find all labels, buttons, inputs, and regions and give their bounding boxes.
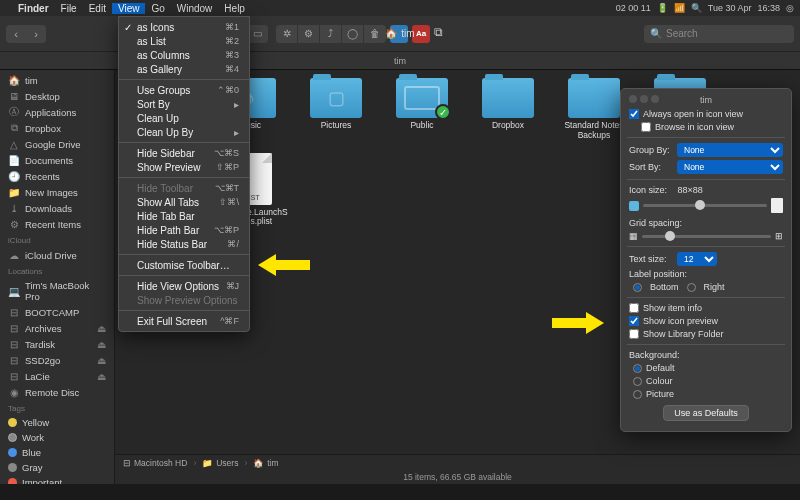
delete-button[interactable]: 🗑 bbox=[364, 25, 386, 43]
date-text[interactable]: Tue 30 Apr bbox=[708, 3, 752, 13]
file-item[interactable]: ✓Public bbox=[383, 78, 461, 141]
time-text[interactable]: 16:38 bbox=[757, 3, 780, 13]
sidebar-item-applications[interactable]: ⒶApplications bbox=[0, 104, 114, 120]
menu-view[interactable]: View bbox=[112, 3, 146, 14]
sidebar-item-documents[interactable]: 📄Documents bbox=[0, 152, 114, 168]
sidebar-tag-gray[interactable]: Gray bbox=[0, 460, 114, 475]
sidebar-item-tim[interactable]: 🏠tim bbox=[0, 72, 114, 88]
search-icon: 🔍 bbox=[650, 28, 662, 39]
menu-item[interactable]: Exit Full Screen^⌘F bbox=[119, 314, 249, 328]
arrange-button[interactable]: ✲ bbox=[276, 25, 298, 43]
path-segment[interactable]: ⊟ Macintosh HD bbox=[123, 458, 187, 468]
sidebar-header-icloud: iCloud bbox=[0, 232, 114, 247]
eject-icon[interactable]: ⏏ bbox=[97, 371, 106, 382]
show-library-checkbox[interactable] bbox=[629, 329, 639, 339]
sidebar-item-dropbox[interactable]: ⧉Dropbox bbox=[0, 120, 114, 136]
path-segment[interactable]: 📁 Users bbox=[202, 458, 238, 468]
menu-item[interactable]: Sort By▸ bbox=[119, 97, 249, 111]
menu-go[interactable]: Go bbox=[145, 3, 170, 14]
file-item[interactable]: Pictures bbox=[297, 78, 375, 141]
zoom-dot-icon[interactable] bbox=[651, 95, 659, 103]
menu-item[interactable]: ✓as Icons⌘1 bbox=[119, 20, 249, 34]
menu-item[interactable]: Hide View Options⌘J bbox=[119, 279, 249, 293]
bg-colour-radio[interactable] bbox=[633, 377, 642, 386]
menu-item[interactable]: Customise Toolbar… bbox=[119, 258, 249, 272]
forward-button[interactable]: › bbox=[26, 25, 46, 43]
label-bottom-radio[interactable] bbox=[633, 283, 642, 292]
menu-window[interactable]: Window bbox=[171, 3, 219, 14]
spotlight-icon[interactable]: 🔍 bbox=[691, 3, 702, 13]
menu-item[interactable]: Hide Path Bar⌥⌘P bbox=[119, 223, 249, 237]
group-by-label: Group By: bbox=[629, 145, 673, 155]
tags-button[interactable]: ◯ bbox=[342, 25, 364, 43]
sidebar-item-archives[interactable]: ⊟Archives⏏ bbox=[0, 320, 114, 336]
menu-item[interactable]: Show All Tabs⇧⌘\ bbox=[119, 195, 249, 209]
search-field[interactable]: 🔍 Search bbox=[644, 25, 794, 43]
menu-item[interactable]: Hide Sidebar⌥⌘S bbox=[119, 146, 249, 160]
bg-picture-radio[interactable] bbox=[633, 390, 642, 399]
label-right-radio[interactable] bbox=[687, 283, 696, 292]
menu-item[interactable]: as Gallery⌘4 bbox=[119, 62, 249, 76]
sidebar-item-recentitems[interactable]: ⚙Recent Items bbox=[0, 216, 114, 232]
menu-help[interactable]: Help bbox=[218, 3, 251, 14]
icon-size-slider[interactable] bbox=[643, 204, 767, 207]
menu-item[interactable]: Use Groups⌃⌘0 bbox=[119, 83, 249, 97]
sidebar-item-ssd2go[interactable]: ⊟SSD2go⏏ bbox=[0, 352, 114, 368]
menu-item[interactable]: as List⌘2 bbox=[119, 34, 249, 48]
sidebar-tag-blue[interactable]: Blue bbox=[0, 445, 114, 460]
sidebar-tag-yellow[interactable]: Yellow bbox=[0, 415, 114, 430]
browse-checkbox[interactable] bbox=[641, 122, 651, 132]
sidebar-item-desktop[interactable]: 🖥Desktop bbox=[0, 88, 114, 104]
sort-by-select[interactable]: None bbox=[677, 160, 783, 174]
menu-file[interactable]: File bbox=[55, 3, 83, 14]
menu-item[interactable]: Hide Status Bar⌘/ bbox=[119, 237, 249, 251]
browse-label: Browse in icon view bbox=[655, 122, 734, 132]
menu-item[interactable]: Show Preview⇧⌘P bbox=[119, 160, 249, 174]
grid-spacing-slider[interactable] bbox=[642, 235, 771, 238]
min-dot-icon[interactable] bbox=[640, 95, 648, 103]
text-size-select[interactable]: 12 bbox=[677, 252, 717, 266]
wifi-icon[interactable]: 📶 bbox=[674, 3, 685, 13]
action-button[interactable]: ⚙ bbox=[298, 25, 320, 43]
group-by-select[interactable]: None bbox=[677, 143, 783, 157]
file-label: Dropbox bbox=[492, 121, 524, 131]
siri-icon[interactable]: ◎ bbox=[786, 3, 794, 13]
share-button[interactable]: ⤴ bbox=[320, 25, 342, 43]
adobe-toolbar-icon[interactable]: Aa bbox=[412, 25, 430, 43]
always-open-checkbox[interactable] bbox=[629, 109, 639, 119]
bg-default-radio[interactable] bbox=[633, 364, 642, 373]
sidebar-tag-work[interactable]: Work bbox=[0, 430, 114, 445]
dropbox-menu-icon[interactable]: ⧉ bbox=[434, 25, 452, 43]
sidebar-header-locations: Locations bbox=[0, 263, 114, 278]
sidebar-item-googledrive[interactable]: △Google Drive bbox=[0, 136, 114, 152]
sidebar-tag-important[interactable]: Important bbox=[0, 475, 114, 484]
use-as-defaults-button[interactable]: Use as Defaults bbox=[663, 405, 749, 421]
show-icon-preview-checkbox[interactable] bbox=[629, 316, 639, 326]
sidebar-item-bootcamp[interactable]: ⊟BOOTCAMP bbox=[0, 304, 114, 320]
sidebar-item-newimages[interactable]: 📁New Images bbox=[0, 184, 114, 200]
sidebar-item-recents[interactable]: 🕘Recents bbox=[0, 168, 114, 184]
menu-item[interactable]: Clean Up bbox=[119, 111, 249, 125]
menu-item[interactable]: Hide Tab Bar bbox=[119, 209, 249, 223]
menu-edit[interactable]: Edit bbox=[83, 3, 112, 14]
file-item[interactable]: Dropbox bbox=[469, 78, 547, 141]
sidebar-item-remotedisc[interactable]: ◉Remote Disc bbox=[0, 384, 114, 400]
eject-icon[interactable]: ⏏ bbox=[97, 355, 106, 366]
folder-icon: 📁 bbox=[8, 186, 20, 198]
eject-icon[interactable]: ⏏ bbox=[97, 339, 106, 350]
sidebar-item-tardisk[interactable]: ⊟Tardisk⏏ bbox=[0, 336, 114, 352]
sidebar-item-iclouddrive[interactable]: ☁iCloud Drive bbox=[0, 247, 114, 263]
grid-spacing-label: Grid spacing: bbox=[629, 218, 682, 228]
show-item-info-checkbox[interactable] bbox=[629, 303, 639, 313]
path-segment[interactable]: 🏠 tim bbox=[253, 458, 278, 468]
back-button[interactable]: ‹ bbox=[6, 25, 26, 43]
menu-item[interactable]: Clean Up By▸ bbox=[119, 125, 249, 139]
close-dot-icon[interactable] bbox=[629, 95, 637, 103]
sidebar-item-downloads[interactable]: ⤓Downloads bbox=[0, 200, 114, 216]
app-menu[interactable]: Finder bbox=[12, 3, 55, 14]
eject-icon[interactable]: ⏏ bbox=[97, 323, 106, 334]
sidebar-item-macbook[interactable]: 💻Tim's MacBook Pro bbox=[0, 278, 114, 304]
menu-item[interactable]: as Columns⌘3 bbox=[119, 48, 249, 62]
sidebar-item-lacie[interactable]: ⊟LaCie⏏ bbox=[0, 368, 114, 384]
battery-icon[interactable]: 🔋 bbox=[657, 3, 668, 13]
